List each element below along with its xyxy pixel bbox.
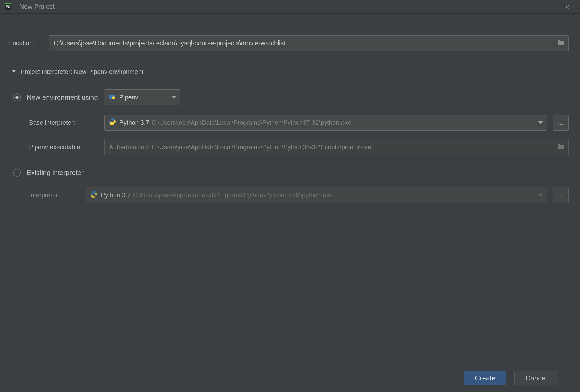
pipenv-executable-row: Pipenv executable: Auto-detected: C:\Use…: [29, 139, 569, 155]
environment-tool-dropdown[interactable]: Pipenv: [104, 89, 180, 105]
pipenv-executable-label: Pipenv executable:: [29, 143, 99, 151]
collapse-triangle-icon: [12, 68, 16, 76]
python-icon: [109, 118, 116, 127]
existing-interpreter-label: Existing interpreter: [27, 169, 84, 177]
new-environment-radio-row: New environment using Pipenv: [13, 89, 569, 106]
svg-marker-3: [12, 70, 16, 73]
window-title: New Project: [19, 3, 55, 11]
minimize-button[interactable]: [537, 1, 557, 12]
browse-folder-icon[interactable]: [557, 143, 564, 151]
new-environment-radio[interactable]: [13, 93, 21, 101]
new-environment-label: New environment using: [27, 93, 98, 101]
location-input[interactable]: C:\Users\jose\Documents\projects\teclado…: [49, 35, 569, 51]
base-interpreter-dropdown[interactable]: Python 3.7 C:\Users\jose\AppData\Local\P…: [104, 115, 547, 131]
cancel-button[interactable]: Cancel: [514, 371, 558, 385]
browse-folder-icon[interactable]: [557, 39, 564, 47]
svg-marker-5: [172, 96, 176, 99]
interpreter-browse-button: ...: [553, 187, 569, 203]
location-row: Location: C:\Users\jose\Documents\projec…: [9, 35, 569, 51]
interpreter-label: Interpreter:: [29, 191, 80, 199]
base-interpreter-path: C:\Users\jose\AppData\Local\Programs\Pyt…: [151, 119, 351, 126]
dialog-content: Location: C:\Users\jose\Documents\projec…: [0, 14, 580, 392]
dialog-footer: Create Cancel: [9, 364, 569, 392]
chevron-down-icon: [538, 119, 543, 126]
pipenv-folder-icon: [108, 93, 116, 101]
svg-marker-6: [538, 121, 543, 124]
svg-point-4: [112, 96, 115, 99]
base-interpreter-browse-button[interactable]: ...: [553, 115, 569, 131]
existing-interpreter-row: Interpreter: Python 3.7 C:\Users\jose\Ap…: [29, 187, 569, 203]
pycharm-app-icon: PC: [5, 3, 11, 10]
environment-tool-value: Pipenv: [119, 94, 138, 101]
pipenv-executable-value: Auto-detected: C:\Users\jose\AppData\Loc…: [109, 143, 371, 151]
base-interpreter-name: Python 3.7: [119, 119, 149, 126]
section-title: Project Interpreter: New Pipenv environm…: [20, 68, 143, 76]
location-label: Location:: [9, 39, 49, 47]
project-interpreter-section[interactable]: Project Interpreter: New Pipenv environm…: [9, 68, 569, 80]
existing-interpreter-radio[interactable]: [13, 169, 21, 177]
new-environment-group: New environment using Pipenv Base interp…: [9, 89, 569, 155]
interpreter-name: Python 3.7: [101, 191, 131, 199]
base-interpreter-row: Base interpreter: Python 3.7 C:\Users\jo…: [29, 114, 569, 131]
python-icon: [90, 191, 97, 200]
existing-interpreter-radio-row: Existing interpreter: [13, 166, 569, 179]
chevron-down-icon: [538, 191, 543, 199]
new-env-fields: Base interpreter: Python 3.7 C:\Users\jo…: [29, 114, 569, 155]
close-button[interactable]: [557, 1, 577, 12]
interpreter-path: C:\Users\jose\AppData\Local\Programs\Pyt…: [133, 191, 333, 199]
new-project-dialog: PC New Project Location: C:\Users\jose\D…: [0, 0, 580, 392]
pipenv-executable-input[interactable]: Auto-detected: C:\Users\jose\AppData\Loc…: [104, 139, 569, 155]
svg-marker-7: [538, 194, 543, 197]
existing-interpreter-group: Existing interpreter Interpreter: Python…: [9, 166, 569, 203]
titlebar: PC New Project: [0, 0, 580, 14]
location-value: C:\Users\jose\Documents\projects\teclado…: [54, 39, 286, 47]
create-button[interactable]: Create: [464, 371, 506, 385]
interpreter-dropdown: Python 3.7 C:\Users\jose\AppData\Local\P…: [86, 187, 547, 203]
chevron-down-icon: [172, 94, 176, 101]
base-interpreter-label: Base interpreter:: [29, 119, 99, 126]
